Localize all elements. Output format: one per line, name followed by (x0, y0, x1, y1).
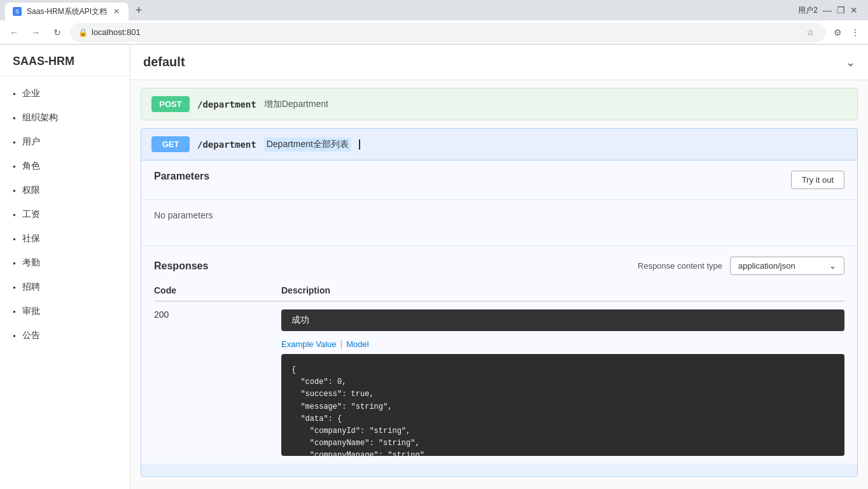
sidebar: SAAS-HRM 企业 组织架构 用户 角色 权限 工资 社保 考勤 招聘 审批… (0, 45, 130, 489)
url-text: localhost:801 (92, 27, 799, 37)
sidebar-item-org[interactable]: 组织架构 (0, 106, 130, 130)
response-description: 成功 Example Value | Model { "code": 0, "s… (281, 309, 844, 456)
get-endpoint-container: GET /department Department全部列表 Parameter… (141, 128, 858, 477)
main-content: default ⌄ POST /department 增加Department … (130, 45, 868, 489)
browser-tab[interactable]: S Saas-HRM系统API文档 ✕ (5, 3, 129, 20)
sidebar-brand: SAAS-HRM (0, 45, 130, 76)
address-bar[interactable]: 🔒 localhost:801 ☆ (70, 23, 826, 42)
new-tab-button[interactable]: + (131, 3, 146, 18)
sidebar-item-users[interactable]: 用户 (0, 130, 130, 154)
browser-titlebar: S Saas-HRM系统API文档 ✕ + 用户2 — ❐ ✕ (0, 0, 868, 20)
sidebar-item-salary[interactable]: 工资 (0, 202, 130, 227)
response-table-header: Code Description (154, 285, 844, 302)
menu-button[interactable]: ⋮ (848, 25, 863, 40)
response-code-200: 200 (154, 309, 281, 320)
response-table: Code Description 200 成功 Example Value | … (154, 285, 844, 464)
response-content-type-label: Response content type (638, 261, 722, 271)
minimize-button[interactable]: — (823, 5, 832, 15)
get-endpoint-desc: Department全部列表 (264, 138, 351, 152)
sidebar-item-announcements[interactable]: 公告 (0, 323, 130, 348)
post-endpoint-desc: 增加Department (264, 99, 328, 110)
tab-title: Saas-HRM系统API文档 (27, 6, 107, 17)
endpoint-expanded-body: Parameters Try it out No parameters Resp… (141, 160, 857, 464)
extensions-button[interactable]: ⚙ (830, 25, 845, 40)
sidebar-item-approval[interactable]: 审批 (0, 299, 130, 323)
responses-section: Responses Response content type applicat… (141, 246, 857, 285)
sidebar-item-attendance[interactable]: 考勤 (0, 251, 130, 275)
sidebar-nav: 企业 组织架构 用户 角色 权限 工资 社保 考勤 招聘 审批 公告 (0, 76, 130, 353)
user-label: 用户2 (798, 5, 818, 16)
tab-divider: | (340, 339, 342, 349)
try-it-out-button[interactable]: Try it out (791, 171, 844, 189)
content-type-select[interactable]: application/json ⌄ (730, 257, 844, 275)
refresh-button[interactable]: ↻ (48, 24, 66, 41)
bookmark-button[interactable]: ☆ (802, 25, 818, 40)
get-method-badge: GET (151, 136, 190, 152)
tab-close-button[interactable]: ✕ (112, 7, 121, 16)
sidebar-item-roles[interactable]: 角色 (0, 154, 130, 178)
example-value-tab[interactable]: Example Value (281, 339, 336, 349)
browser-chrome: S Saas-HRM系统API文档 ✕ + 用户2 — ❐ ✕ ← → ↻ 🔒 … (0, 0, 868, 45)
responses-label: Responses (154, 260, 630, 272)
json-code-block: { "code": 0, "success": true, "message":… (281, 354, 844, 456)
get-endpoint-header[interactable]: GET /department Department全部列表 (141, 129, 857, 160)
response-row-200: 200 成功 Example Value | Model { "code": 0… (154, 302, 844, 464)
sidebar-item-insurance[interactable]: 社保 (0, 227, 130, 251)
section-title: default (143, 55, 185, 69)
close-button[interactable]: ✕ (850, 5, 858, 15)
content-type-value: application/json (738, 261, 795, 271)
sidebar-item-recruitment[interactable]: 招聘 (0, 275, 130, 299)
get-endpoint-path: /department (197, 139, 256, 150)
parameters-section: Parameters Try it out (141, 160, 857, 200)
description-column-header: Description (281, 285, 844, 295)
cursor-indicator (359, 139, 360, 150)
example-tabs: Example Value | Model (281, 339, 844, 349)
toolbar-right: ⚙ ⋮ (830, 25, 863, 40)
chevron-down-icon[interactable]: ⌄ (846, 55, 855, 69)
main-inner: default ⌄ POST /department 增加Department … (130, 45, 868, 489)
post-endpoint[interactable]: POST /department 增加Department (141, 88, 858, 120)
sidebar-item-enterprise[interactable]: 企业 (0, 82, 130, 106)
sidebar-item-permissions[interactable]: 权限 (0, 178, 130, 202)
browser-toolbar: ← → ↻ 🔒 localhost:801 ☆ ⚙ ⋮ (0, 20, 868, 45)
page-layout: SAAS-HRM 企业 组织架构 用户 角色 权限 工资 社保 考勤 招聘 审批… (0, 45, 868, 489)
section-header: default ⌄ (130, 45, 868, 80)
tab-favicon: S (13, 7, 22, 16)
lock-icon: 🔒 (78, 28, 88, 37)
select-chevron-icon: ⌄ (829, 261, 836, 271)
model-tab[interactable]: Model (346, 339, 368, 349)
post-method-badge: POST (151, 96, 190, 112)
success-badge: 成功 (281, 309, 844, 331)
parameters-label: Parameters (154, 171, 209, 182)
forward-button[interactable]: → (27, 24, 45, 41)
post-endpoint-path: /department (197, 99, 256, 110)
restore-button[interactable]: ❐ (837, 5, 845, 15)
code-column-header: Code (154, 285, 281, 295)
no-parameters-text: No parameters (141, 200, 857, 246)
back-button[interactable]: ← (5, 24, 23, 41)
